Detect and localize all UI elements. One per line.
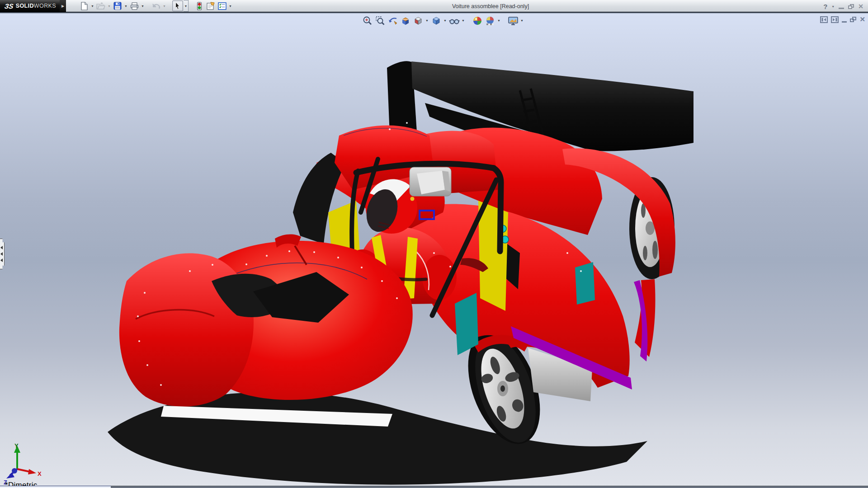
open-document-dropdown[interactable]: ▼ <box>107 0 112 11</box>
print-button[interactable] <box>129 0 140 11</box>
zoom-to-fit-icon <box>363 16 373 26</box>
document-window-controls: ✕ <box>820 15 865 23</box>
side-window-teal-rear <box>575 262 595 305</box>
select-cursor-icon <box>174 2 181 10</box>
minimize-button[interactable] <box>839 8 844 9</box>
options-dropdown[interactable]: ▼ <box>228 0 233 11</box>
apply-scene-button[interactable] <box>484 15 495 26</box>
triad-x-label: X <box>38 470 42 477</box>
race-car-model[interactable] <box>0 14 868 488</box>
view-orientation-dropdown[interactable]: ▼ <box>425 19 429 22</box>
view-settings-dropdown[interactable]: ▼ <box>520 19 524 22</box>
close-button[interactable]: ✕ <box>858 3 863 10</box>
dock-pane-left-icon <box>820 16 828 23</box>
interior-panel-yellow-right <box>478 201 508 311</box>
dock-pane-right-button[interactable] <box>831 16 839 23</box>
apply-scene-icon <box>485 16 495 26</box>
display-style-dropdown[interactable]: ▼ <box>443 19 447 22</box>
restore-button[interactable] <box>848 4 854 9</box>
feature-panel-collapse-tab[interactable] <box>0 239 5 269</box>
options-checklist-icon <box>218 2 226 10</box>
options-button[interactable] <box>217 0 227 11</box>
help-dropdown[interactable]: ▼ <box>831 5 835 8</box>
side-window-teal-front <box>455 293 478 355</box>
print-icon <box>130 2 139 10</box>
solidworks-logo-glyph: ЗS <box>4 2 14 10</box>
new-document-button[interactable] <box>79 0 90 11</box>
comment-note-icon <box>206 2 215 10</box>
menu-expand-arrow[interactable]: ▶ <box>60 0 66 12</box>
section-view-icon <box>401 16 410 26</box>
print-dropdown[interactable]: ▼ <box>140 0 145 11</box>
graphics-viewport[interactable]: ▼ ▼ ▼ <box>0 14 868 488</box>
display-style-icon <box>431 16 441 26</box>
reference-triad: Y X Z <box>3 442 48 485</box>
triad-y-label: Y <box>14 442 19 449</box>
view-orientation-button[interactable] <box>412 15 424 26</box>
new-document-dropdown[interactable]: ▼ <box>90 0 95 11</box>
select-cursor-dropdown[interactable]: ▼ <box>184 0 189 12</box>
mirror-box[interactable] <box>410 167 451 196</box>
select-cursor-button[interactable] <box>172 0 183 11</box>
window-bottom-edge <box>0 486 868 488</box>
solidworks-logo: ЗS SOLID WORKS <box>0 0 60 12</box>
save-button[interactable] <box>112 0 123 11</box>
rebuild-button[interactable] <box>194 0 205 11</box>
dock-pane-left-button[interactable] <box>820 16 828 23</box>
display-style-button[interactable] <box>430 15 442 26</box>
hide-show-items-icon <box>449 16 460 26</box>
heads-up-view-toolbar: ▼ ▼ ▼ <box>362 15 524 26</box>
undo-button[interactable] <box>151 0 161 11</box>
minimize-document-button[interactable] <box>842 21 847 23</box>
open-document-icon <box>96 2 105 9</box>
zoom-to-fit-button[interactable] <box>362 15 373 26</box>
edit-appearance-button[interactable] <box>472 15 483 26</box>
restore-document-button[interactable] <box>850 17 856 22</box>
view-orientation-icon <box>413 16 423 26</box>
previous-view-icon <box>388 16 398 26</box>
hide-show-items-dropdown[interactable]: ▼ <box>461 19 465 22</box>
dock-pane-right-icon <box>831 16 839 23</box>
view-settings-icon <box>508 16 519 26</box>
comment-note-button[interactable] <box>205 0 216 11</box>
section-view-button[interactable] <box>400 15 411 26</box>
save-dropdown[interactable]: ▼ <box>123 0 128 11</box>
undo-dropdown[interactable]: ▼ <box>162 0 167 11</box>
help-button[interactable]: ? <box>823 3 827 10</box>
titlebar: ЗS SOLID WORKS ▶ ▼ ▼ <box>0 0 868 13</box>
edit-appearance-icon <box>472 16 482 26</box>
view-settings-button[interactable] <box>507 15 519 26</box>
hide-show-items-button[interactable] <box>448 15 460 26</box>
new-document-icon <box>80 2 88 10</box>
previous-view-button[interactable] <box>387 15 398 26</box>
undo-icon <box>151 2 160 10</box>
open-document-button[interactable] <box>95 0 106 11</box>
rebuild-traffic-light-icon <box>197 2 202 10</box>
save-icon <box>113 2 122 10</box>
close-document-button[interactable]: ✕ <box>859 15 865 23</box>
zoom-to-area-button[interactable] <box>374 15 386 26</box>
apply-scene-dropdown[interactable]: ▼ <box>497 19 501 22</box>
zoom-to-area-icon <box>375 16 385 26</box>
